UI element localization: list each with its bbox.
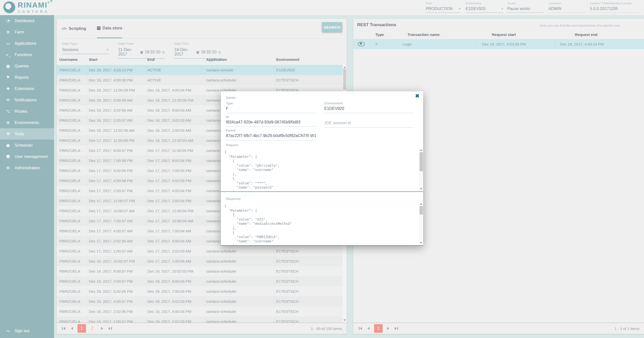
scroll-down-arrow[interactable] — [343, 319, 346, 321]
sidebar-item-scheduler[interactable]: ▣ Scheduler — [0, 140, 54, 151]
table-row[interactable]: PBRIZUELA Dec 16, 2017, 1:00:07 PM Dec 1… — [57, 316, 343, 323]
items-summary: 1 - 1 of 1 items — [615, 326, 639, 331]
scroll-down-arrow[interactable] — [420, 188, 422, 190]
page-button[interactable]: 1 — [374, 324, 383, 333]
chevron-down-icon: ▼ — [459, 8, 461, 10]
tools-tabbar: </> Scripting Data store SEARCH — [57, 19, 347, 38]
date-from-inputs[interactable]: 11-Dec-2017 ▦ 16:32:10 ◷ — [118, 48, 165, 59]
eye-icon[interactable] — [358, 42, 365, 47]
scroll-down-arrow[interactable] — [420, 242, 422, 244]
table-row[interactable]: PBRIZUELA Dec 17, 2017, 1:00:07 AM Dec 1… — [57, 246, 343, 256]
calendar-icon[interactable]: ▦ — [140, 50, 143, 54]
clock-icon[interactable]: ◷ — [218, 50, 221, 54]
calendar-icon[interactable]: ▦ — [196, 50, 199, 54]
environment-select[interactable]: E1DEV920▼ — [466, 7, 503, 13]
sidebar-item-extensions[interactable]: ✚ Extensions — [0, 83, 54, 94]
sidebar-item-notifications[interactable]: ✉ Notifications — [0, 94, 54, 106]
rest-panel-hint: Here you can find the rest transactions … — [540, 24, 620, 27]
scrollbar-thumb[interactable] — [420, 152, 423, 171]
search-button[interactable]: SEARCH — [322, 22, 342, 32]
sidebar-item-functions[interactable]: >_ Functions — [0, 49, 54, 60]
table-row[interactable]: PBRIZUELA Dec 18, 2017, 4:03:14 PM ACTIV… — [57, 65, 343, 75]
sidebar-item-applications[interactable]: ▭ Applications — [0, 38, 54, 49]
code-icon: </> — [62, 27, 67, 31]
sidebar-item-reports[interactable]: ⚑ Reports — [0, 72, 54, 83]
table-row[interactable]: PBRIZUELA Dec 16, 2017, 9:00:07 PM Dec 1… — [57, 266, 343, 276]
response-json-box[interactable]: { "Parameter": [ { "value": "AIS", "name… — [221, 202, 423, 246]
jde-session-id-input[interactable]: JDE session id — [324, 121, 413, 128]
sessions-pager: 12 — [61, 324, 113, 333]
table-row[interactable]: PBRIZUELA Dec 16, 2017, 10:02:07 PM Dec … — [57, 256, 343, 266]
brand-name: RINAMI® — [18, 1, 50, 9]
page-button[interactable]: 2 — [88, 324, 97, 333]
id-field: Id f834ca47-920e-487d-93d9-06745b9f0d83 — [226, 115, 316, 127]
tab-data-store[interactable]: Data store — [97, 19, 122, 38]
sessions-table-header: Username Start End Application Environme… — [57, 57, 343, 65]
next-page-button[interactable] — [386, 326, 390, 331]
data-type-select[interactable]: Sessions ▼ — [62, 48, 109, 54]
sidebar-item-farm[interactable]: ≣ Farm — [0, 26, 54, 38]
request-scrollbar[interactable] — [419, 148, 423, 191]
farm-field: Farm PRODUCTION▼ — [426, 2, 461, 13]
close-icon[interactable]: ✖ — [415, 93, 420, 99]
scroll-up-arrow[interactable] — [420, 149, 422, 151]
envelope-icon: ✉ — [5, 98, 11, 102]
sidebar-item-tools[interactable]: ⚒ Tools — [0, 128, 54, 140]
sidebar: ◔ Dashboard ≣ Farm ▭ Applications >_ Fun… — [0, 15, 54, 338]
first-page-button[interactable] — [358, 326, 363, 331]
registered-mark: ® — [48, 1, 50, 4]
username-value: ADMIN — [548, 7, 585, 13]
top-header-bar: RINAMI® CANTARA Farm PRODUCTION▼ Environ… — [0, 0, 644, 15]
scroll-up-arrow[interactable] — [343, 66, 346, 68]
environment-value[interactable]: E1DEV920 — [324, 106, 413, 113]
sidebar-item-queries[interactable]: ▦ Queries — [0, 60, 54, 72]
type-value[interactable]: F — [226, 106, 316, 113]
signout-icon: ↪ — [5, 329, 11, 333]
table-row[interactable]: PBRIZUELA Dec 16, 2017, 7:00:07 PM Dec 1… — [57, 276, 343, 286]
wrench-icon: ⚒ — [5, 132, 11, 136]
last-page-button[interactable] — [394, 326, 399, 331]
scroll-up-arrow[interactable] — [420, 203, 422, 205]
sidebar-item-user-management[interactable]: ☻ User management — [0, 151, 54, 162]
sidebar-item-routes[interactable]: ⌥ Routes — [0, 106, 54, 117]
sidebar-item-administration[interactable]: ⚙ Administration — [0, 162, 54, 174]
previous-page-button[interactable] — [70, 326, 74, 331]
page-button[interactable]: 1 — [77, 324, 86, 333]
type-label: Type — [226, 101, 316, 105]
id-value[interactable]: f834ca47-920e-487d-93d9-06745b9f0d83 — [226, 120, 316, 127]
table-row[interactable]: PBRIZUELA Dec 18, 2017, 4:00:08 PM ACTIV… — [57, 75, 343, 85]
rest-transaction-row[interactable]: F Login Dec 18, 2017, 4:03:09 PM Dec 18,… — [353, 39, 644, 49]
table-row[interactable]: PBRIZUELA Dec 16, 2017, 4:00:07 PM Dec 1… — [57, 296, 343, 306]
response-json: { "Parameter": [ { "value": "AIS", "name… — [221, 202, 423, 246]
rest-pagination-bar: 1 1 - 1 of 1 items — [353, 323, 644, 334]
response-scrollbar[interactable] — [419, 202, 423, 245]
request-json-box[interactable]: { "Parameter": [ { "value": "pbrizuela",… — [221, 148, 423, 192]
jde-session-id-field: JDE session id — [324, 119, 413, 128]
table-grid-icon: ▦ — [5, 64, 11, 68]
rest-table-header: Type Transaction name Request start Requ… — [353, 30, 644, 39]
sign-out-button[interactable]: ↪ Sign out — [0, 325, 54, 336]
puzzle-icon: ✚ — [5, 86, 11, 91]
applications-icon: ▭ — [5, 41, 11, 46]
next-page-button[interactable] — [100, 326, 104, 331]
tab-scripting[interactable]: </> Scripting — [62, 19, 86, 38]
sidebar-item-dashboard[interactable]: ◔ Dashboard — [0, 15, 54, 26]
first-page-button[interactable] — [61, 326, 66, 331]
parent-value[interactable]: 87ac22f7-6fb7-4bc7-9b29-b0df9c50f92aCNTR… — [226, 134, 316, 140]
brand-subname: CANTARA — [18, 10, 50, 13]
date-thru-inputs[interactable]: 18-Dec-2017 ▦ 16:32:10 ◷ — [174, 48, 221, 59]
table-row[interactable]: PBRIZUELA Dec 16, 2017, 5:02:06 PM Dec 1… — [57, 286, 343, 296]
sidebar-item-environments[interactable]: ⊕ Environments — [0, 117, 54, 128]
last-page-button[interactable] — [108, 326, 113, 331]
table-row[interactable]: PBRIZUELA Dec 16, 2017, 2:02:06 PM Dec 1… — [57, 306, 343, 316]
scrollbar-thumb[interactable] — [343, 69, 346, 90]
sessions-pagination-bar: 12 1 - 50 of 100 items — [57, 323, 347, 334]
console-version-value: 5.0.0.20171205 — [590, 7, 639, 13]
parent-label: Parent — [226, 129, 316, 132]
tenant-input[interactable]: Pause works — [507, 7, 544, 13]
previous-page-button[interactable] — [367, 326, 371, 331]
scrollbar-thumb[interactable] — [420, 206, 423, 215]
farm-select[interactable]: PRODUCTION▼ — [426, 7, 461, 13]
chevron-down-icon: ▼ — [501, 8, 503, 10]
clock-icon[interactable]: ◷ — [162, 50, 165, 54]
